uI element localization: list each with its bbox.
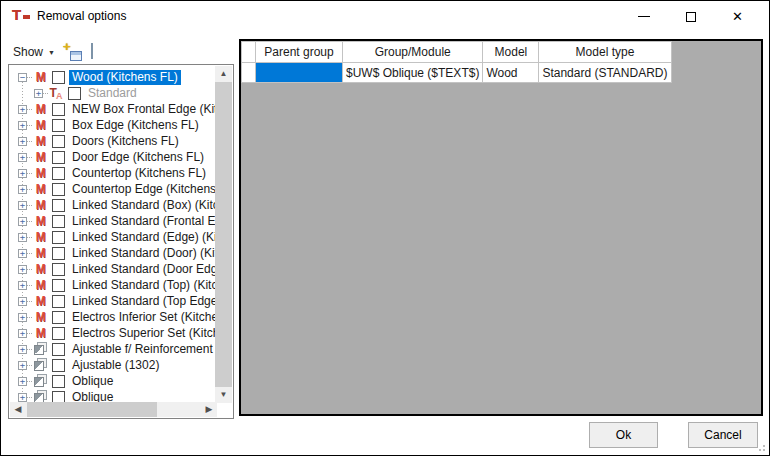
tree-item[interactable]: +MCountertop (Kitchens FL) <box>10 165 216 181</box>
tree-item-label[interactable]: Linked Standard (Top Edge) (Kitchens FL) <box>69 294 216 309</box>
tree-item-label[interactable]: Electros Superior Set (Kitchens FL) <box>69 326 216 341</box>
vertical-scroll-thumb[interactable] <box>215 82 232 387</box>
collapse-toggle-icon[interactable]: − <box>18 73 27 82</box>
expand-toggle-icon[interactable]: + <box>18 217 27 226</box>
tree-item-checkbox[interactable] <box>52 279 65 292</box>
cell-group-module[interactable]: $UW$ Oblique ($TEXT$) <box>343 63 483 83</box>
expand-toggle-icon[interactable]: + <box>18 169 27 178</box>
tree-item[interactable]: +MLinked Standard (Edge) (Kitchens FL) <box>10 229 216 245</box>
tree-item-label[interactable]: Oblique <box>69 374 116 389</box>
expand-toggle-icon[interactable]: + <box>18 233 27 242</box>
close-button[interactable]: ✕ <box>714 1 761 32</box>
column-header-model-type[interactable]: Model type <box>539 42 671 63</box>
expand-toggle-icon[interactable]: + <box>18 153 27 162</box>
tree-item-checkbox[interactable] <box>52 359 65 372</box>
column-header-group-module[interactable]: Group/Module <box>343 42 483 63</box>
tree-item[interactable]: +MLinked Standard (Door) (Kitchens FL) <box>10 245 216 261</box>
tree-item[interactable]: +Ajustable f/ Reinforcement (1302) <box>10 341 216 357</box>
expand-toggle-icon[interactable]: + <box>18 249 27 258</box>
tree-item[interactable]: +MElectros Inferior Set (Kitchens FL) <box>10 309 216 325</box>
expand-toggle-icon[interactable]: + <box>18 297 27 306</box>
show-dropdown[interactable]: Show ▼ <box>13 45 55 59</box>
tree-item-checkbox[interactable] <box>68 87 81 100</box>
tree-item-checkbox[interactable] <box>52 311 65 324</box>
tree-item-checkbox[interactable] <box>52 135 65 148</box>
tree-item-checkbox[interactable] <box>52 375 65 388</box>
cell-model-type[interactable]: Standard (STANDARD) <box>539 63 671 83</box>
tree-item[interactable]: +Oblique <box>10 389 216 403</box>
tree-item[interactable]: +MDoors (Kitchens FL) <box>10 133 216 149</box>
title-bar[interactable]: T Removal options ✕ <box>1 1 769 32</box>
tree-item[interactable]: +MNEW Box Frontal Edge (Kitchens FL) <box>10 101 216 117</box>
expand-toggle-icon[interactable]: + <box>18 185 27 194</box>
table-row[interactable]: $UW$ Oblique ($TEXT$) Wood Standard (STA… <box>242 63 672 83</box>
expand-toggle-icon[interactable]: + <box>34 89 43 98</box>
tree-item[interactable]: +MLinked Standard (Box) (Kitchens FL) <box>10 197 216 213</box>
tree-item[interactable]: +MCountertop Edge (Kitchens FL) <box>10 181 216 197</box>
minimize-button[interactable] <box>620 1 667 32</box>
resize-grip[interactable] <box>755 441 765 451</box>
cancel-button[interactable]: Cancel <box>688 422 758 448</box>
tree-item[interactable]: +MLinked Standard (Door Edge) (Kitchens … <box>10 261 216 277</box>
tree-item[interactable]: +MElectros Superior Set (Kitchens FL) <box>10 325 216 341</box>
ok-button[interactable]: Ok <box>589 422 658 448</box>
tree-item-checkbox[interactable] <box>52 215 65 228</box>
maximize-button[interactable] <box>667 1 714 32</box>
tree-item-checkbox[interactable] <box>52 343 65 356</box>
scroll-left-icon[interactable]: ◀ <box>10 402 26 417</box>
scroll-right-icon[interactable]: ▶ <box>201 402 217 417</box>
tree-item-checkbox[interactable] <box>52 231 65 244</box>
column-header-parent-group[interactable]: Parent group <box>256 42 343 63</box>
tree-item-label[interactable]: Box Edge (Kitchens FL) <box>69 118 202 133</box>
tree-item-checkbox[interactable] <box>52 71 65 84</box>
tree-item-checkbox[interactable] <box>52 327 65 340</box>
tree-item-label[interactable]: Countertop Edge (Kitchens FL) <box>69 182 216 197</box>
expand-toggle-icon[interactable]: + <box>18 377 27 386</box>
tree-item-label[interactable]: Ajustable (1302) <box>69 358 162 373</box>
tree-item-checkbox[interactable] <box>52 167 65 180</box>
tree-item-label[interactable]: Linked Standard (Box) (Kitchens FL) <box>69 198 216 213</box>
tree-item-label[interactable]: Standard <box>85 86 140 101</box>
tree-item-label[interactable]: Door Edge (Kitchens FL) <box>69 150 207 165</box>
scroll-up-icon[interactable]: ▲ <box>215 66 232 82</box>
tree-vertical-scrollbar[interactable]: ▲ ▼ <box>215 66 232 403</box>
cell-parent-group[interactable] <box>256 63 343 83</box>
cell-model[interactable]: Wood <box>483 63 539 83</box>
row-header-cell[interactable] <box>242 63 256 83</box>
tree-item-checkbox[interactable] <box>52 247 65 260</box>
scroll-down-icon[interactable]: ▼ <box>215 387 232 403</box>
expand-toggle-icon[interactable]: + <box>18 121 27 130</box>
expand-toggle-icon[interactable]: + <box>18 281 27 290</box>
tree-item[interactable]: +MLinked Standard (Frontal Edge) (Kitche… <box>10 213 216 229</box>
selection-frame-icon-button[interactable] <box>91 44 109 61</box>
add-model-icon-button[interactable]: + <box>64 44 82 61</box>
tree-item-label[interactable]: Linked Standard (Top) (Kitchens FL) <box>69 278 216 293</box>
tree-item-checkbox[interactable] <box>52 151 65 164</box>
expand-toggle-icon[interactable]: + <box>18 361 27 370</box>
expand-toggle-icon[interactable]: + <box>18 265 27 274</box>
tree-item-checkbox[interactable] <box>52 263 65 276</box>
tree-item-checkbox[interactable] <box>52 103 65 116</box>
tree-item-checkbox[interactable] <box>52 183 65 196</box>
tree-item-label[interactable]: Countertop (Kitchens FL) <box>69 166 209 181</box>
tree-item[interactable]: +Oblique <box>10 373 216 389</box>
tree-item[interactable]: +MLinked Standard (Top Edge) (Kitchens F… <box>10 293 216 309</box>
expand-toggle-icon[interactable]: + <box>18 345 27 354</box>
expand-toggle-icon[interactable]: + <box>18 201 27 210</box>
tree-horizontal-scrollbar[interactable]: ◀ ▶ <box>10 402 217 417</box>
tree-item[interactable]: +TAStandard <box>10 85 216 101</box>
column-header-model[interactable]: Model <box>483 42 539 63</box>
tree-item-checkbox[interactable] <box>52 119 65 132</box>
tree-item-label[interactable]: Linked Standard (Frontal Edge) (Kitchens… <box>69 214 216 229</box>
tree-item-label[interactable]: Linked Standard (Edge) (Kitchens FL) <box>69 230 216 245</box>
tree-item-label[interactable]: Doors (Kitchens FL) <box>69 134 182 149</box>
expand-toggle-icon[interactable]: + <box>18 313 27 322</box>
tree-item-label[interactable]: NEW Box Frontal Edge (Kitchens FL) <box>69 102 216 117</box>
tree-item[interactable]: −MWood (Kitchens FL) <box>10 69 216 85</box>
tree-item[interactable]: +MBox Edge (Kitchens FL) <box>10 117 216 133</box>
tree-item-checkbox[interactable] <box>52 295 65 308</box>
tree-item-label[interactable]: Ajustable f/ Reinforcement (1302) <box>69 342 216 357</box>
tree-item-label[interactable]: Linked Standard (Door) (Kitchens FL) <box>69 246 216 261</box>
expand-toggle-icon[interactable]: + <box>18 329 27 338</box>
expand-toggle-icon[interactable]: + <box>18 393 27 402</box>
